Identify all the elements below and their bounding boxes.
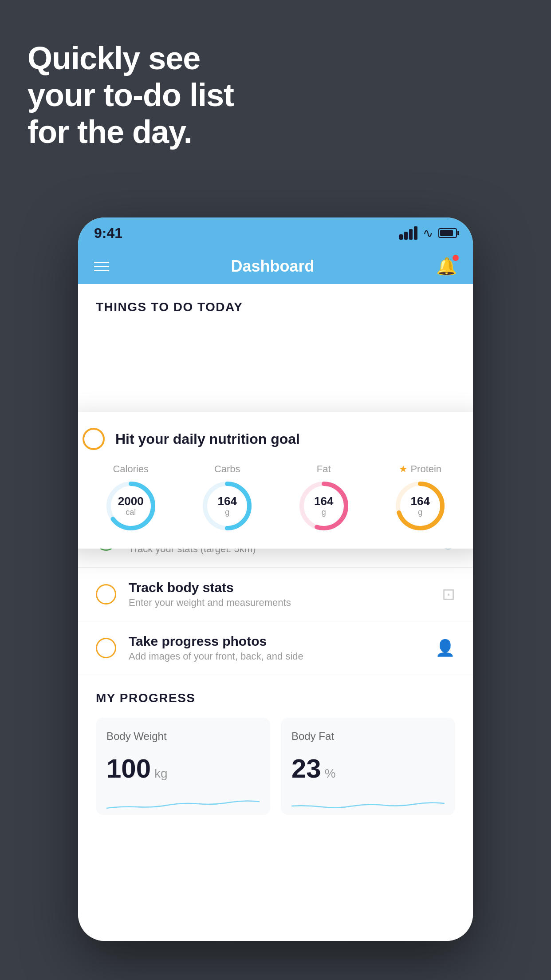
calories-label: Calories — [113, 463, 149, 475]
my-progress-section: MY PROGRESS Body Weight 100 kg — [78, 675, 473, 824]
body-fat-title: Body Fat — [291, 730, 445, 743]
person-icon: 👤 — [435, 639, 455, 657]
body-weight-card[interactable]: Body Weight 100 kg — [96, 718, 270, 815]
carbs-unit: g — [218, 508, 237, 517]
todo-item-body-stats[interactable]: Track body stats Enter your weight and m… — [78, 568, 473, 621]
fat-label: Fat — [317, 463, 331, 475]
body-fat-chart — [291, 793, 445, 815]
nutrition-card: Hit your daily nutrition goal Calories — [78, 412, 473, 549]
my-progress-heading: MY PROGRESS — [96, 691, 455, 705]
carbs-donut: 164 g — [201, 479, 254, 533]
body-stats-subtitle: Enter your weight and measurements — [129, 597, 429, 609]
photos-subtitle: Add images of your front, back, and side — [129, 651, 423, 662]
hamburger-menu-icon[interactable] — [94, 262, 109, 271]
photos-text: Take progress photos Add images of your … — [129, 634, 423, 662]
nutrition-card-header: Hit your daily nutrition goal — [83, 428, 468, 450]
protein-metric: ★ Protein 164 g — [394, 463, 447, 533]
phone-frame: 9:41 ∿ Dashboard 🔔 THINGS TO DO TODAY — [78, 217, 473, 941]
protein-donut: 164 g — [394, 479, 447, 533]
signal-bars-icon — [399, 226, 417, 240]
body-weight-title: Body Weight — [106, 730, 260, 743]
app-header: Dashboard 🔔 — [78, 249, 473, 284]
body-fat-unit: % — [325, 767, 336, 781]
progress-cards: Body Weight 100 kg Body Fat — [96, 718, 455, 815]
hero-text: Quickly see your to-do list for the day. — [28, 40, 234, 150]
fat-metric: Fat 164 g — [297, 463, 350, 533]
status-time: 9:41 — [94, 225, 122, 241]
protein-unit: g — [411, 508, 430, 517]
nutrition-metrics: Calories 2000 cal — [83, 463, 468, 533]
fat-unit: g — [314, 508, 333, 517]
photos-title: Take progress photos — [129, 634, 423, 649]
status-bar: 9:41 ∿ — [78, 217, 473, 249]
hero-line1: Quickly see — [28, 40, 234, 77]
carbs-metric: Carbs 164 g — [201, 463, 254, 533]
carbs-value: 164 — [218, 495, 237, 508]
body-weight-number: 100 — [106, 753, 151, 784]
protein-value: 164 — [411, 495, 430, 508]
protein-star-icon: ★ — [399, 463, 408, 475]
calories-unit: cal — [118, 508, 144, 517]
calories-donut: 2000 cal — [104, 479, 157, 533]
todo-item-photos[interactable]: Take progress photos Add images of your … — [78, 621, 473, 675]
notification-dot — [453, 255, 459, 261]
nutrition-checkbox[interactable] — [83, 428, 105, 450]
fat-donut: 164 g — [297, 479, 350, 533]
body-weight-unit: kg — [154, 767, 168, 781]
body-stats-text: Track body stats Enter your weight and m… — [129, 580, 429, 609]
content-wrapper: Hit your daily nutrition goal Calories — [78, 323, 473, 824]
body-fat-number: 23 — [291, 753, 321, 784]
things-to-do-heading: THINGS TO DO TODAY — [78, 284, 473, 323]
fat-value: 164 — [314, 495, 333, 508]
body-weight-value-container: 100 kg — [106, 753, 260, 784]
body-fat-card[interactable]: Body Fat 23 % — [281, 718, 455, 815]
body-fat-value-container: 23 % — [291, 753, 445, 784]
bell-icon[interactable]: 🔔 — [436, 257, 457, 276]
scale-icon: ⊡ — [442, 585, 455, 604]
wifi-icon: ∿ — [423, 226, 433, 241]
photos-checkbox[interactable] — [96, 638, 116, 658]
body-weight-chart — [106, 793, 260, 815]
carbs-label: Carbs — [214, 463, 240, 475]
calories-value: 2000 — [118, 495, 144, 508]
protein-label: ★ Protein — [399, 463, 441, 475]
hero-line3: for the day. — [28, 114, 234, 150]
body-stats-title: Track body stats — [129, 580, 429, 595]
nutrition-card-title: Hit your daily nutrition goal — [115, 431, 300, 447]
battery-icon — [438, 228, 457, 238]
phone-content: THINGS TO DO TODAY Hit your daily nutrit… — [78, 284, 473, 941]
hero-line2: your to-do list — [28, 77, 234, 114]
status-icons: ∿ — [399, 226, 457, 241]
header-title: Dashboard — [231, 257, 314, 276]
calories-metric: Calories 2000 cal — [104, 463, 157, 533]
body-stats-checkbox[interactable] — [96, 584, 116, 605]
